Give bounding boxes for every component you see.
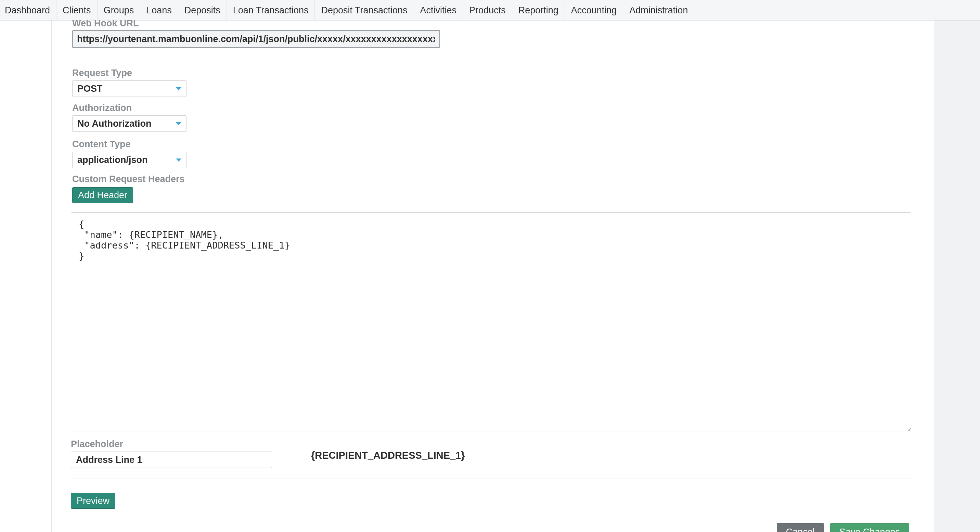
right-gutter	[934, 21, 980, 532]
chevron-down-icon	[176, 87, 181, 90]
nav-groups[interactable]: Groups	[97, 0, 141, 20]
save-changes-button[interactable]: Save Changes	[830, 523, 909, 532]
webhook-url-label: Web Hook URL	[72, 20, 139, 28]
request-body-textarea[interactable]	[71, 212, 911, 432]
webhook-url-input[interactable]	[72, 30, 440, 48]
top-nav: Dashboard Clients Groups Loans Deposits …	[0, 0, 980, 21]
cancel-button[interactable]: Cancel	[777, 523, 824, 532]
request-type-label: Request Type	[72, 68, 186, 78]
nav-administration[interactable]: Administration	[623, 0, 694, 20]
add-header-button[interactable]: Add Header	[72, 187, 133, 203]
authorization-value: No Authorization	[77, 118, 151, 129]
nav-loan-transactions[interactable]: Loan Transactions	[227, 0, 315, 20]
nav-activities[interactable]: Activities	[414, 0, 463, 20]
footer-buttons: Cancel Save Changes	[777, 523, 909, 532]
nav-reporting[interactable]: Reporting	[512, 0, 565, 20]
content-type-select[interactable]: application/json	[72, 152, 186, 168]
nav-deposits[interactable]: Deposits	[178, 0, 227, 20]
nav-accounting[interactable]: Accounting	[565, 0, 624, 20]
preview-button[interactable]: Preview	[71, 493, 115, 509]
request-type-value: POST	[77, 84, 103, 94]
nav-clients[interactable]: Clients	[56, 0, 97, 20]
nav-products[interactable]: Products	[463, 0, 512, 20]
left-gutter	[0, 21, 51, 532]
chevron-down-icon	[176, 122, 181, 125]
authorization-label: Authorization	[72, 103, 186, 113]
divider	[72, 479, 910, 479]
custom-headers-label: Custom Request Headers	[72, 174, 185, 185]
authorization-select[interactable]: No Authorization	[72, 115, 186, 132]
request-type-select[interactable]: POST	[72, 80, 186, 97]
nav-deposit-transactions[interactable]: Deposit Transactions	[315, 0, 414, 20]
placeholder-value: Address Line 1	[76, 455, 142, 465]
placeholder-label: Placeholder	[71, 439, 272, 449]
placeholder-select[interactable]: Address Line 1	[71, 452, 272, 468]
nav-dashboard[interactable]: Dashboard	[0, 0, 56, 20]
content-type-value: application/json	[77, 155, 148, 166]
placeholder-token: {RECIPIENT_ADDRESS_LINE_1}	[311, 450, 465, 461]
chevron-down-icon	[176, 159, 181, 162]
content-type-label: Content Type	[72, 139, 186, 150]
nav-loans[interactable]: Loans	[140, 0, 178, 20]
form-panel: Web Hook URL Request Type POST Authoriza…	[51, 21, 934, 532]
